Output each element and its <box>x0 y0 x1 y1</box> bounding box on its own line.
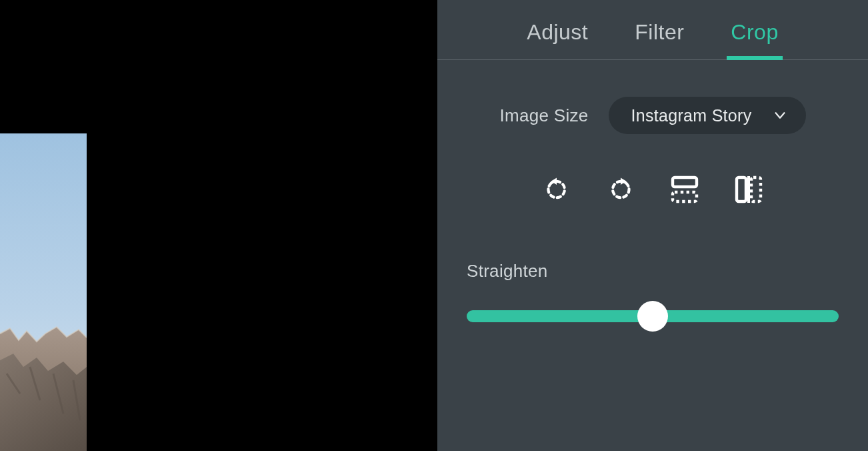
tab-bar: Adjust Filter Crop <box>437 0 868 60</box>
flip-vertical-button[interactable] <box>732 174 765 207</box>
rotate-left-button[interactable] <box>540 174 573 207</box>
flip-vertical-icon <box>733 173 765 208</box>
svg-rect-1 <box>673 177 697 187</box>
svg-rect-3 <box>737 177 746 201</box>
image-size-selected: Instagram Story <box>631 106 752 125</box>
image-canvas[interactable] <box>0 0 437 451</box>
tab-adjust[interactable]: Adjust <box>527 20 588 59</box>
edit-panel: Adjust Filter Crop Image Size Instagram … <box>437 0 868 451</box>
flip-horizontal-icon <box>669 173 701 208</box>
image-size-row: Image Size Instagram Story <box>437 97 868 134</box>
rotate-right-icon <box>607 175 635 206</box>
tab-crop[interactable]: Crop <box>731 20 778 59</box>
image-size-dropdown[interactable]: Instagram Story <box>609 97 806 134</box>
image-size-label: Image Size <box>499 105 588 126</box>
preview-image <box>0 133 87 451</box>
slider-thumb[interactable] <box>637 301 668 332</box>
svg-rect-4 <box>751 177 761 201</box>
svg-rect-2 <box>673 192 697 201</box>
transform-tools <box>437 174 868 207</box>
flip-horizontal-button[interactable] <box>668 174 701 207</box>
straighten-section: Straighten <box>437 261 868 332</box>
chevron-down-icon <box>773 108 787 123</box>
rotate-left-icon <box>543 175 571 206</box>
rotate-right-button[interactable] <box>604 174 637 207</box>
tab-filter[interactable]: Filter <box>635 20 684 59</box>
straighten-label: Straighten <box>467 261 839 282</box>
straighten-slider[interactable] <box>467 300 839 332</box>
